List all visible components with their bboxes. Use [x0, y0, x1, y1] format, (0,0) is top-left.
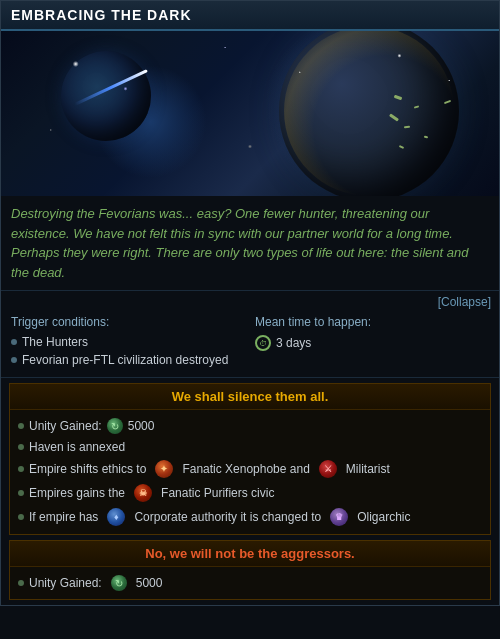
unity-icon-no	[111, 575, 127, 591]
conditions-left: Trigger conditions: The Hunters Fevorian…	[11, 315, 245, 369]
mean-time-value: ⏱ 3 days	[255, 333, 489, 353]
effect-unity-yes: Unity Gained: 5000	[18, 415, 482, 437]
effect-unity-no: Unity Gained: 5000	[18, 572, 482, 594]
section-divider	[1, 377, 499, 378]
mean-time-label: Mean time to happen:	[255, 315, 489, 329]
option-no-effects: Unity Gained: 5000	[10, 567, 490, 599]
bullet-icon-2	[11, 357, 17, 363]
effect-bullet-4	[18, 490, 24, 496]
flavor-text: Destroying the Fevorians was... easy? On…	[1, 196, 499, 291]
main-container: EMBRACING THE DARK Destroying the Fevori…	[0, 0, 500, 606]
effect-bullet-5	[18, 514, 24, 520]
option-no-label: No, we will not be the aggressors.	[145, 546, 355, 561]
page-title: EMBRACING THE DARK	[11, 7, 192, 23]
effect-bullet-no	[18, 580, 24, 586]
planet-small	[61, 51, 151, 141]
condition-item-2: Fevorian pre-FTL civilization destroyed	[11, 351, 245, 369]
option-yes-label: We shall silence them all.	[172, 389, 329, 404]
unity-icon	[107, 418, 123, 434]
corporate-icon: ♦	[107, 508, 125, 526]
space-image	[1, 31, 499, 196]
bullet-icon	[11, 339, 17, 345]
effect-authority: If empire has ♦ Corporate authority it i…	[18, 505, 482, 529]
oligarchic-icon: ♛	[330, 508, 348, 526]
effect-annexed: Haven is annexed	[18, 437, 482, 457]
xenophobe-icon: ✦	[155, 460, 173, 478]
collapse-bar: [Collapse]	[1, 291, 499, 313]
option-yes-section: We shall silence them all. Unity Gained:…	[9, 383, 491, 535]
effect-bullet-3	[18, 466, 24, 472]
condition-item-1: The Hunters	[11, 333, 245, 351]
purifier-icon: ☠	[134, 484, 152, 502]
clock-icon: ⏱	[255, 335, 271, 351]
trigger-label: Trigger conditions:	[11, 315, 245, 329]
militarist-icon: ⚔	[319, 460, 337, 478]
conditions-section: Trigger conditions: The Hunters Fevorian…	[1, 313, 499, 377]
collapse-button[interactable]: [Collapse]	[438, 295, 491, 309]
effect-bullet-2	[18, 444, 24, 450]
option-no-header: No, we will not be the aggressors.	[10, 541, 490, 567]
option-yes-header: We shall silence them all.	[10, 384, 490, 410]
title-bar: EMBRACING THE DARK	[1, 1, 499, 31]
option-no-section: No, we will not be the aggressors. Unity…	[9, 540, 491, 600]
effect-civic: Empires gains the ☠ Fanatic Purifiers ci…	[18, 481, 482, 505]
effect-bullet	[18, 423, 24, 429]
planet-large	[279, 31, 459, 196]
comet	[74, 69, 148, 106]
option-yes-effects: Unity Gained: 5000 Haven is annexed Empi…	[10, 410, 490, 534]
effect-ethics: Empire shifts ethics to ✦ Fanatic Xenoph…	[18, 457, 482, 481]
debris	[384, 91, 484, 171]
conditions-right: Mean time to happen: ⏱ 3 days	[255, 315, 489, 369]
